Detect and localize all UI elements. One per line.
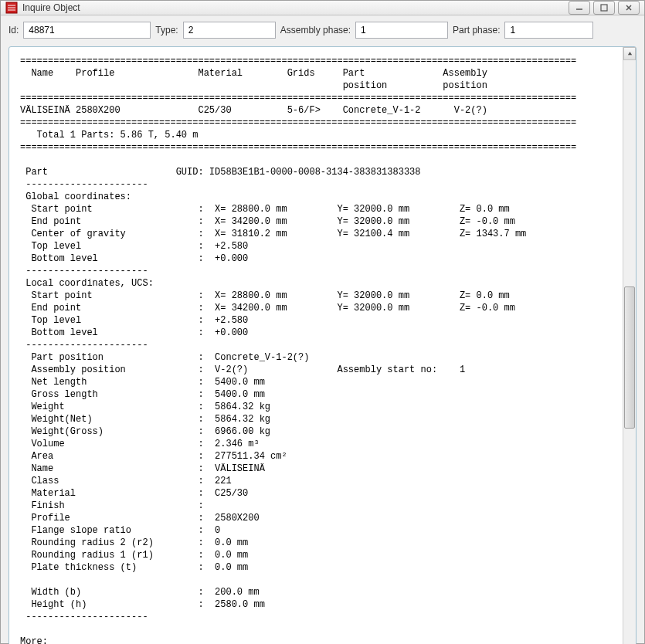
close-button[interactable] (618, 1, 640, 15)
assembly-phase-label: Assembly phase: (280, 25, 351, 36)
svg-marker-3 (627, 52, 631, 55)
part-phase-label: Part phase: (453, 25, 500, 36)
inquire-object-window: Inquire Object Id: Type: Assembly phase:… (0, 0, 645, 644)
scroll-track[interactable] (623, 60, 636, 644)
scroll-thumb[interactable] (624, 286, 635, 429)
vertical-scrollbar[interactable] (623, 47, 636, 644)
scroll-up-button[interactable] (623, 47, 636, 60)
maximize-button[interactable] (593, 1, 615, 15)
header-fields: Id: Type: Assembly phase: Part phase: (1, 15, 644, 42)
window-title: Inquire Object (22, 2, 569, 13)
window-controls (569, 1, 640, 15)
content-panel: ========================================… (8, 46, 637, 644)
type-input[interactable] (183, 22, 276, 39)
app-icon (5, 2, 18, 14)
type-label: Type: (155, 25, 178, 36)
id-input[interactable] (23, 22, 151, 39)
minimize-button[interactable] (569, 1, 590, 15)
id-label: Id: (8, 25, 19, 36)
content-area: ========================================… (9, 47, 623, 644)
assembly-phase-input[interactable] (355, 22, 448, 39)
report-text: ========================================… (20, 55, 618, 644)
titlebar[interactable]: Inquire Object (1, 1, 644, 15)
part-phase-input[interactable] (504, 22, 593, 39)
svg-rect-2 (601, 5, 607, 11)
